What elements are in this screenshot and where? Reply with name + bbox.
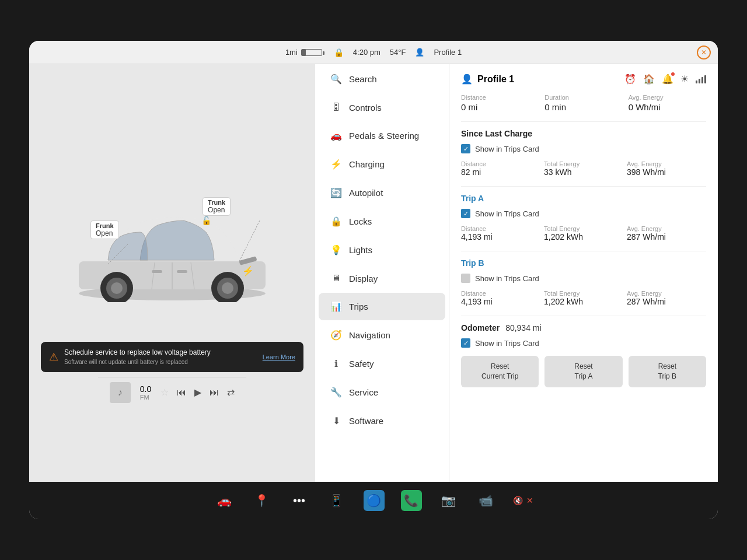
menu-label-search: Search xyxy=(349,74,377,84)
menu-icon-lights: 💡 xyxy=(330,244,342,256)
trip-b-checkbox[interactable] xyxy=(461,274,470,283)
menu-item-pedals[interactable]: 🚗Pedals & Steering xyxy=(319,122,445,149)
tesla-screen: 1mi 🔒 4:20 pm 54°F 👤 Profile 1 ✕ Frunk xyxy=(29,41,718,519)
ta-avg-energy: Avg. Energy 287 Wh/mi xyxy=(627,225,706,242)
ta-total-energy: Total Energy 1,202 kWh xyxy=(544,225,623,242)
svg-rect-12 xyxy=(152,270,162,273)
trip-a-checkbox[interactable]: ✓ xyxy=(461,209,470,218)
signal-bars xyxy=(696,75,706,83)
taskbar-phone-call-icon[interactable]: 📞 xyxy=(401,490,422,511)
ta-distance-value: 4,193 mi xyxy=(461,232,540,242)
ta-total-energy-value: 1,202 kWh xyxy=(544,232,623,242)
taskbar-bluetooth-icon[interactable]: 🔵 xyxy=(364,490,385,511)
alert-sub-text: Software will not update until battery i… xyxy=(64,358,257,366)
since-last-charge-stats: Distance 82 mi Total Energy 33 kWh Avg. … xyxy=(461,160,706,177)
taskbar-camera-icon[interactable]: 📷 xyxy=(438,490,459,511)
frunk-title: Frunk xyxy=(96,222,114,229)
menu-item-trips[interactable]: 📊Trips xyxy=(319,293,445,320)
play-icon[interactable]: ▶ xyxy=(194,387,201,398)
menu-item-safety[interactable]: ℹSafety xyxy=(319,350,445,377)
menu-item-controls[interactable]: 🎛Controls xyxy=(319,94,445,121)
menu-icon-software: ⬇ xyxy=(330,415,342,426)
reset-trip-b-button[interactable]: ResetTrip B xyxy=(629,356,706,387)
reset-trip-a-button[interactable]: ResetTrip A xyxy=(544,356,622,387)
bell-icon: 🔔 xyxy=(662,74,673,85)
next-icon[interactable]: ⏭ xyxy=(210,387,219,398)
menu-label-charging: Charging xyxy=(349,159,385,169)
menu-item-locks[interactable]: 🔒Locks xyxy=(319,208,445,235)
menu-item-search[interactable]: 🔍Search xyxy=(319,65,445,93)
slc-avg-energy-value: 398 Wh/mi xyxy=(627,167,706,177)
menu-icon-trips: 📊 xyxy=(330,301,342,312)
profile-name: 👤 Profile 1 xyxy=(461,74,514,85)
trip-b-checkbox-row: Show in Trips Card xyxy=(461,274,706,283)
svg-point-7 xyxy=(222,282,233,294)
divider-1 xyxy=(461,121,706,122)
menu-item-display[interactable]: 🖥Display xyxy=(319,265,445,292)
tb-avg-energy-value: 287 Wh/mi xyxy=(627,297,706,306)
clock-icon: ⏰ xyxy=(624,74,636,85)
tb-total-energy-label: Total Energy xyxy=(544,290,623,297)
close-button[interactable]: ✕ xyxy=(697,46,711,60)
taskbar-more-icon[interactable]: ••• xyxy=(289,490,310,511)
profile-header: 👤 Profile 1 ⏰ 🏠 🔔 ☀ xyxy=(461,74,706,85)
menu-label-safety: Safety xyxy=(349,359,374,369)
divider-3 xyxy=(461,251,706,251)
taskbar-dashcam-icon[interactable]: 📹 xyxy=(476,490,497,511)
reset-current-trip-button[interactable]: ResetCurrent Trip xyxy=(461,356,539,387)
menu-item-navigation[interactable]: 🧭Navigation xyxy=(319,321,445,349)
slc-distance: Distance 82 mi xyxy=(461,160,540,177)
trip-a-title: Trip A xyxy=(461,194,706,203)
profile-name-text: Profile 1 xyxy=(477,74,514,85)
odometer-checkbox-label: Show in Trips Card xyxy=(475,339,539,348)
stat-duration-value: 0 min xyxy=(544,102,622,112)
volume-icon[interactable]: 🔇 xyxy=(513,496,523,505)
menu-item-charging[interactable]: ⚡Charging xyxy=(319,150,445,178)
menu-item-lights[interactable]: 💡Lights xyxy=(319,236,445,264)
signal-bar-4 xyxy=(704,75,706,83)
learn-more-button[interactable]: Learn More xyxy=(263,354,295,360)
shuffle-icon[interactable]: ⇄ xyxy=(227,387,235,398)
trunk-title: Trunk xyxy=(208,199,225,206)
home-icon: 🏠 xyxy=(643,74,655,85)
music-controls: ☆ ⏮ ▶ ⏭ ⇄ xyxy=(160,387,235,398)
slc-avg-energy-label: Avg. Energy xyxy=(627,160,706,167)
odometer-checkbox[interactable]: ✓ xyxy=(461,338,470,348)
svg-line-17 xyxy=(239,220,260,261)
stat-duration: Duration 0 min xyxy=(544,94,622,112)
lock-icon: 🔒 xyxy=(334,48,344,57)
odometer-checkbox-row: ✓ Show in Trips Card xyxy=(461,338,706,348)
menu-item-autopilot[interactable]: 🔄Autopilot xyxy=(319,179,445,206)
trip-b-checkbox-label: Show in Trips Card xyxy=(475,274,539,283)
menu-item-service[interactable]: 🔧Service xyxy=(319,379,445,406)
taskbar-location-icon[interactable]: 📍 xyxy=(252,490,273,511)
frunk-status: Open xyxy=(96,229,114,237)
tb-distance-label: Distance xyxy=(461,290,540,297)
tb-avg-energy-label: Avg. Energy xyxy=(627,290,706,297)
menu-item-software[interactable]: ⬇Software xyxy=(319,407,445,435)
music-info: 0.0 FM xyxy=(140,384,151,401)
car-image-area: Frunk Open Trunk Open xyxy=(29,139,315,337)
divider-4 xyxy=(461,316,706,316)
sun-icon: ☀ xyxy=(680,74,689,85)
taskbar-car-icon[interactable]: 🚗 xyxy=(214,490,235,511)
menu-label-navigation: Navigation xyxy=(349,330,390,340)
menu-label-service: Service xyxy=(349,387,378,397)
music-source: FM xyxy=(140,394,151,401)
since-last-charge-checkbox[interactable]: ✓ xyxy=(461,144,470,153)
stat-distance: Distance 0 mi xyxy=(461,94,539,112)
favorite-icon[interactable]: ☆ xyxy=(160,387,169,398)
previous-icon[interactable]: ⏮ xyxy=(177,387,186,398)
trip-a-checkbox-label: Show in Trips Card xyxy=(475,209,539,218)
trip-b-stats: Distance 4,193 mi Total Energy 1,202 kWh… xyxy=(461,290,706,306)
menu-panel: 🔍Search🎛Controls🚗Pedals & Steering⚡Charg… xyxy=(315,64,449,482)
ta-total-energy-label: Total Energy xyxy=(544,225,623,232)
profile-name-status[interactable]: Profile 1 xyxy=(434,48,462,57)
since-last-charge-checkbox-label: Show in Trips Card xyxy=(475,145,539,153)
stat-avg-energy-label: Avg. Energy xyxy=(629,94,706,101)
odometer-label: Odometer xyxy=(461,323,500,332)
taskbar-phone-icon[interactable]: 📱 xyxy=(326,490,347,511)
slc-distance-value: 82 mi xyxy=(461,167,540,177)
menu-icon-controls: 🎛 xyxy=(330,102,342,113)
trunk-label: Trunk Open xyxy=(203,197,231,216)
